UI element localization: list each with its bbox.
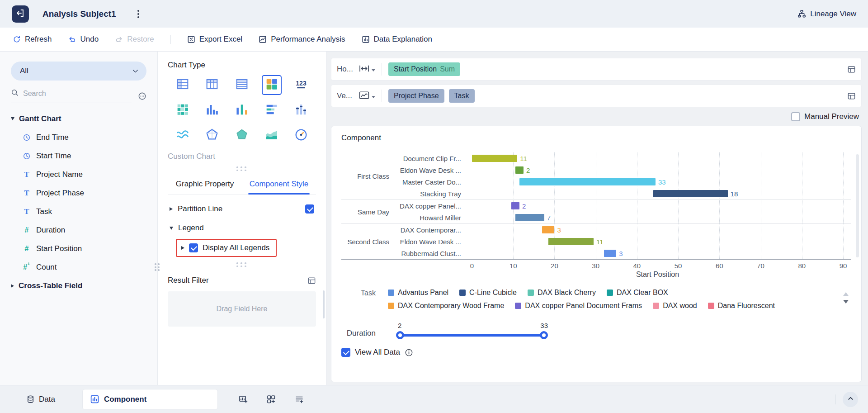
field-pill-task[interactable]: Task — [449, 89, 475, 103]
panel-drag-handle[interactable] — [168, 166, 316, 171]
legend-scroll-down-icon[interactable] — [843, 300, 849, 304]
shelf-settings-icon[interactable] — [847, 92, 856, 100]
field-item-duration[interactable]: #Duration — [11, 221, 146, 239]
more-options-icon[interactable] — [138, 92, 146, 100]
vertical-axis-type-button[interactable] — [359, 91, 375, 101]
partition-line-checkbox[interactable] — [305, 204, 314, 214]
refresh-icon — [13, 35, 21, 43]
exit-button[interactable] — [12, 5, 29, 23]
legend-item-advantus-panel[interactable]: Advantus Panel — [388, 289, 448, 297]
gantt-bar[interactable] — [519, 178, 656, 185]
gantt-bar[interactable] — [515, 166, 524, 174]
restore-button[interactable]: Restore — [115, 35, 154, 44]
field-item-project-phase[interactable]: TProject Phase — [11, 184, 146, 202]
chart-type-multi-kpi[interactable] — [262, 75, 282, 95]
field-item-project-name[interactable]: TProject Name — [11, 165, 146, 184]
gantt-bar[interactable] — [542, 226, 554, 233]
search-row — [11, 89, 146, 103]
tab-component-style[interactable]: Component Style — [242, 174, 316, 194]
legend-item-dax-black-cherry[interactable]: DAX Black Cherry — [528, 289, 596, 297]
refresh-button[interactable]: Refresh — [13, 35, 52, 44]
chart-type-cross-table[interactable] — [202, 75, 222, 95]
gantt-bar[interactable] — [548, 238, 594, 245]
chart-type-radar[interactable] — [202, 126, 222, 146]
legend-item-dax-copper-panel-document-frams[interactable]: DAX copper Panel Document Frams — [515, 302, 642, 310]
section-legend[interactable]: Legend — [168, 223, 316, 233]
search-icon — [11, 89, 19, 99]
horizontal-axis-type-button[interactable] — [359, 64, 375, 75]
chart-type-kpi-card[interactable]: 123 — [291, 75, 311, 95]
field-item-gantt-chart[interactable]: Gantt Chart — [11, 109, 146, 128]
chart-type-stacked-bar[interactable] — [262, 100, 282, 120]
undo-button[interactable]: Undo — [68, 35, 99, 44]
chart-type-gauge[interactable] — [291, 126, 311, 146]
display-all-legends-checkbox[interactable] — [189, 243, 198, 252]
shelf-settings-icon[interactable] — [847, 65, 856, 74]
manual-preview-checkbox[interactable] — [791, 112, 800, 121]
legend-item-dax-wood[interactable]: DAX wood — [653, 302, 697, 310]
data-explanation-icon — [362, 35, 370, 43]
chart-type-colorful-column[interactable] — [232, 100, 252, 120]
field-pill-start-position[interactable]: Start PositionSum — [388, 62, 460, 76]
tab-graphic-property[interactable]: Graphic Property — [168, 174, 242, 194]
table-filter-select[interactable]: All — [11, 62, 146, 81]
chart-type-flow-wave[interactable] — [173, 126, 193, 146]
group-label: Second Class — [341, 224, 396, 259]
field-item-start-position[interactable]: #Start Position — [11, 239, 146, 258]
export-excel-button[interactable]: Export Excel — [187, 35, 242, 44]
legend-item-dax-contemporary-wood-frame[interactable]: DAX Contemporary Wood Frame — [388, 302, 504, 310]
gantt-bar[interactable] — [515, 214, 544, 221]
bar-value-label: 11 — [596, 238, 604, 246]
group-label: Same Day — [341, 200, 396, 223]
group-table-icon — [175, 77, 190, 93]
performance-icon — [259, 35, 267, 43]
kebab-menu-button[interactable] — [135, 8, 142, 20]
result-filter-dropzone[interactable]: Drag Field Here — [168, 291, 316, 327]
chart-type-group-table[interactable] — [173, 75, 193, 95]
chart-type-heat-grid[interactable] — [173, 100, 193, 120]
field-item-task[interactable]: TTask — [11, 202, 146, 221]
slider-handle-min[interactable] — [396, 331, 404, 339]
tab-component[interactable]: Component — [82, 389, 218, 410]
view-all-data-checkbox[interactable] — [341, 348, 350, 357]
chart-type-bullet-chart[interactable] — [291, 100, 311, 120]
legend-item-dana-fluorescent[interactable]: Dana Fluorescent — [708, 302, 775, 310]
component-card: Component First ClassDocument Clip Fr...… — [331, 126, 862, 382]
slider-handle-max[interactable] — [540, 331, 548, 339]
data-explanation-button[interactable]: Data Explanation — [362, 35, 432, 44]
tab-data[interactable]: Data — [26, 395, 55, 404]
slider-track[interactable] — [400, 334, 544, 337]
panel-drag-handle[interactable] — [168, 262, 316, 267]
gantt-bar[interactable] — [472, 155, 517, 162]
gantt-bar[interactable] — [604, 250, 616, 257]
legend-item-dax-clear-box[interactable]: DAX Clear BOX — [607, 289, 668, 297]
field-pill-project-phase[interactable]: Project Phase — [388, 89, 444, 103]
section-partition-line[interactable]: Partition Line — [168, 204, 316, 214]
collapse-bottom-bar-button[interactable] — [843, 392, 858, 407]
insert-chart-icon[interactable] — [239, 395, 248, 404]
chart-type-stacked-area[interactable] — [262, 126, 282, 146]
lineage-view-button[interactable]: Lineage View — [797, 9, 856, 19]
row-label: Eldon Wave Desk ... — [396, 238, 466, 246]
field-item-cross-table-field[interactable]: Cross-Table Field — [11, 276, 146, 295]
performance-analysis-button[interactable]: Performance Analysis — [259, 35, 345, 44]
info-icon[interactable] — [405, 348, 413, 357]
insert-widget-icon[interactable] — [295, 395, 304, 404]
panel-resize-handle[interactable] — [155, 263, 160, 271]
field-item-start-time[interactable]: Start Time — [11, 147, 146, 165]
chart-scrollbar[interactable] — [856, 154, 859, 257]
legend-item-c-line-cubicle[interactable]: C-Line Cubicle — [459, 289, 517, 297]
result-filter-settings-icon[interactable] — [307, 276, 316, 285]
gantt-bar[interactable] — [653, 190, 727, 197]
field-item-end-time[interactable]: End Time — [11, 128, 146, 147]
search-input[interactable] — [23, 90, 132, 98]
chart-type-column-chart[interactable] — [202, 100, 222, 120]
display-all-legends-row[interactable]: Display All Legends — [176, 239, 277, 257]
field-item-count[interactable]: #+Count — [11, 258, 146, 276]
chart-type-detail-table[interactable] — [232, 75, 252, 95]
chart-type-filled-radar[interactable] — [232, 126, 252, 146]
panel-scrollbar[interactable] — [323, 290, 325, 318]
insert-filter-icon[interactable] — [267, 395, 276, 404]
gantt-bar[interactable] — [511, 202, 519, 209]
legend-scroll-up-icon[interactable] — [843, 292, 849, 296]
